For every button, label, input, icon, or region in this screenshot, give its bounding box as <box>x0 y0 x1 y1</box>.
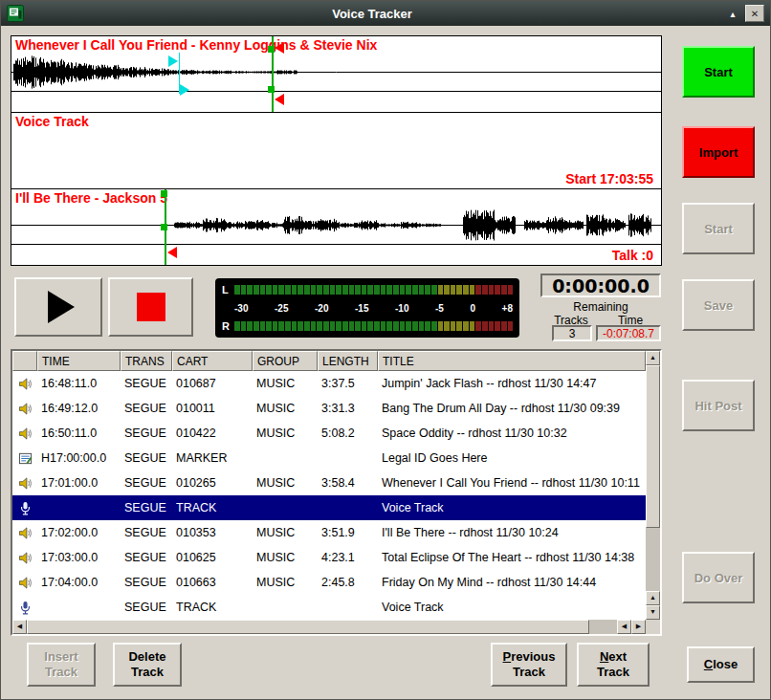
column-header-cart[interactable]: CART <box>172 351 253 371</box>
import-button[interactable]: Import <box>682 126 755 178</box>
meter-scale-label: -15 <box>355 303 368 314</box>
meter-segment <box>278 321 284 331</box>
chevron-up-icon: ▴ <box>730 9 735 19</box>
insert-track-label-1: Insert <box>44 649 77 665</box>
end-marker-top[interactable] <box>275 42 284 54</box>
cell-cart: MARKER <box>172 451 253 465</box>
voice-track-editor: Whenever I Call You Friend - Kenny Loggi… <box>11 35 662 266</box>
close-button[interactable]: Close <box>687 646 755 683</box>
meter-segment <box>234 321 240 331</box>
segue-handle-top[interactable] <box>268 46 275 53</box>
stop-button[interactable] <box>108 277 193 337</box>
cell-time: 17:02:00.0 <box>37 526 121 539</box>
meter-segment <box>374 285 380 295</box>
meter-segment <box>260 321 266 331</box>
track3-title: I'll Be There - Jackson 5 <box>15 190 167 206</box>
table-row[interactable]: 16:49:12.0SEGUE010011MUSIC3:31.3Bang The… <box>12 396 646 421</box>
start-track1-button[interactable]: Start <box>682 46 755 98</box>
meter-segment <box>292 285 297 295</box>
meter-segment <box>400 285 406 295</box>
cell-length: 3:58.4 <box>318 476 378 490</box>
vertical-scroll-thumb[interactable] <box>646 365 660 528</box>
track2-title: Voice Track <box>15 114 89 129</box>
cell-time: 17:01:00.0 <box>37 476 121 490</box>
start-handle-top[interactable] <box>161 190 167 197</box>
meter-segment <box>482 285 488 295</box>
table-row[interactable]: 17:01:00.0SEGUE010265MUSIC3:58.4Whenever… <box>12 470 646 495</box>
vertical-scrollbar[interactable]: ▲ ▲ ▼ <box>646 351 660 620</box>
window-close-button[interactable]: ✕ <box>745 5 764 22</box>
shade-button[interactable]: ▴ <box>724 6 741 21</box>
meter-right-row: R <box>222 320 513 332</box>
cell-trans: SEGUE <box>121 377 172 390</box>
meter-segment <box>463 285 469 295</box>
voice-tracker-window: { "titlebar": { "title": "Voice Tracker"… <box>0 0 771 700</box>
delete-track-button[interactable]: Delete Track <box>113 643 182 687</box>
horizontal-scroll-thumb[interactable] <box>27 620 589 634</box>
column-header-icon[interactable] <box>12 351 37 371</box>
column-header-time[interactable]: TIME <box>37 351 121 371</box>
cell-cart: 010625 <box>172 551 253 564</box>
track-region-2[interactable]: Voice Track Start 17:03:55 <box>11 112 662 189</box>
meter-segment <box>470 321 475 331</box>
fade-marker-bottom[interactable] <box>180 84 189 96</box>
titlebar: Voice Tracker ▴ ✕ <box>1 1 770 26</box>
previous-track-button[interactable]: Previous Track <box>491 643 567 687</box>
meter-segment <box>431 285 437 295</box>
table-row[interactable]: 16:50:11.0SEGUE010422MUSIC5:08.2Space Od… <box>12 421 646 446</box>
scroll-right-button[interactable]: ▶ <box>631 620 646 634</box>
meter-segment <box>342 321 348 331</box>
cell-length: 3:31.3 <box>318 402 378 415</box>
lane-divider <box>11 244 661 245</box>
start-handle-mid[interactable] <box>161 224 167 230</box>
table-row[interactable]: SEGUETRACKVoice Track <box>12 595 646 620</box>
meter-segment <box>438 321 444 331</box>
meter-segment <box>381 321 386 331</box>
cell-cart: 010687 <box>172 377 253 390</box>
next-track-button[interactable]: Next Track <box>577 643 650 687</box>
meter-segment <box>285 285 291 295</box>
meter-segment <box>317 285 322 295</box>
play-button[interactable] <box>14 277 102 337</box>
marker-icon <box>12 451 37 466</box>
column-header-title[interactable]: TITLE <box>378 351 646 371</box>
next-track-label-2: Track <box>597 665 629 680</box>
cell-trans: SEGUE <box>121 551 172 564</box>
scroll-left-button[interactable]: ◀ <box>12 620 27 634</box>
cell-title: Voice Track <box>378 501 646 514</box>
track-region-1[interactable]: Whenever I Call You Friend - Kenny Loggi… <box>11 35 662 113</box>
track-region-3[interactable]: I'll Be There - Jackson 5 Talk :0 <box>11 188 662 266</box>
meter-segment <box>489 321 495 331</box>
table-row[interactable]: SEGUETRACKVoice Track <box>12 495 646 520</box>
column-header-trans[interactable]: TRANS <box>121 351 172 371</box>
segue-handle-mid[interactable] <box>268 86 275 93</box>
table-row[interactable]: 16:48:11.0SEGUE010687MUSIC3:37.5Jumpin' … <box>12 371 646 396</box>
meter-segment <box>482 321 488 331</box>
fade-marker-top[interactable] <box>168 55 178 67</box>
track3-waveform <box>11 206 661 244</box>
cell-title: Total Eclipse Of The Heart -- rdhost 11/… <box>378 551 646 564</box>
meter-segment <box>451 321 456 331</box>
end-marker-bottom[interactable] <box>275 94 284 105</box>
column-header-length[interactable]: LENGTH <box>318 351 378 371</box>
meter-scale: -30-25-20-15-10-50+8 <box>234 303 513 314</box>
table-row[interactable]: 17:03:00.0SEGUE010625MUSIC4:23.1Total Ec… <box>12 545 646 570</box>
meter-left-segments <box>234 285 513 295</box>
meter-segment <box>241 321 247 331</box>
cell-group: MUSIC <box>253 402 318 415</box>
scroll-up-button-2[interactable]: ▲ <box>646 591 660 605</box>
scroll-down-button[interactable]: ▼ <box>646 605 660 620</box>
cell-title: Friday On My Mind -- rdhost 11/30 14:44 <box>378 576 646 589</box>
scroll-left-button-2[interactable]: ◀ <box>617 620 631 634</box>
column-header-group[interactable]: GROUP <box>253 351 318 371</box>
scroll-up-button[interactable]: ▲ <box>646 351 660 365</box>
meter-segment <box>393 285 399 295</box>
horizontal-scrollbar[interactable]: ◀ ◀ ▶ <box>12 620 646 634</box>
cell-title: Bang The Drum All Day -- rdhost 11/30 09… <box>378 402 646 415</box>
talk-marker[interactable] <box>167 247 177 258</box>
meter-segment <box>406 285 411 295</box>
table-row[interactable]: 17:04:00.0SEGUE010663MUSIC2:45.8Friday O… <box>12 570 646 595</box>
table-row[interactable]: 17:02:00.0SEGUE010353MUSIC3:51.9I'll Be … <box>12 520 646 545</box>
table-row[interactable]: H17:00:00.0SEGUEMARKERLegal ID Goes Here <box>12 446 646 470</box>
meter-segment <box>273 321 278 331</box>
